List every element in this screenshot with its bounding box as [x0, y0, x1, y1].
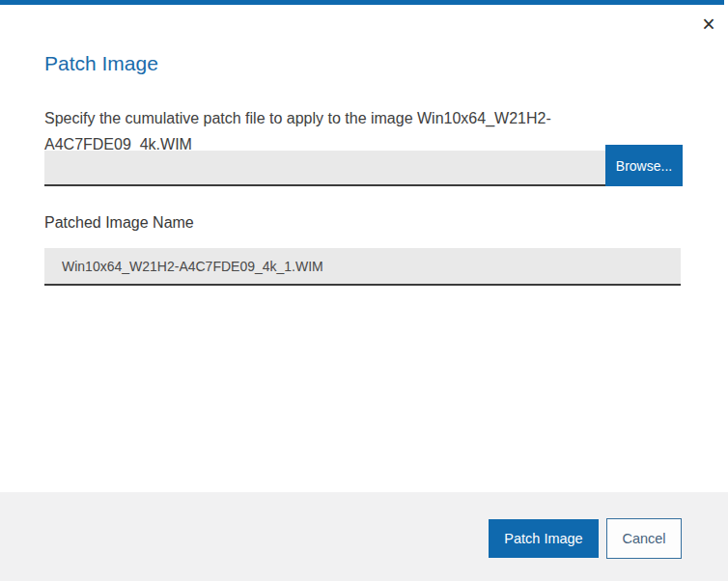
- patched-image-name-input[interactable]: [44, 248, 681, 286]
- close-icon[interactable]: ×: [696, 12, 721, 37]
- cancel-button[interactable]: Cancel: [606, 518, 682, 559]
- patched-image-name-label: Patched Image Name: [44, 214, 194, 232]
- footer-buttons: Patch Image Cancel: [489, 518, 682, 559]
- browse-button[interactable]: Browse...: [605, 145, 683, 186]
- patch-image-button[interactable]: Patch Image: [489, 519, 599, 558]
- page-title: Patch Image: [44, 52, 158, 75]
- patch-file-row: Browse...: [44, 145, 683, 186]
- patch-image-dialog: × Patch Image Specify the cumulative pat…: [0, 0, 728, 581]
- patch-file-input[interactable]: [44, 151, 605, 186]
- dialog-accent-bar: [0, 0, 724, 5]
- dialog-footer: Patch Image Cancel: [0, 492, 728, 581]
